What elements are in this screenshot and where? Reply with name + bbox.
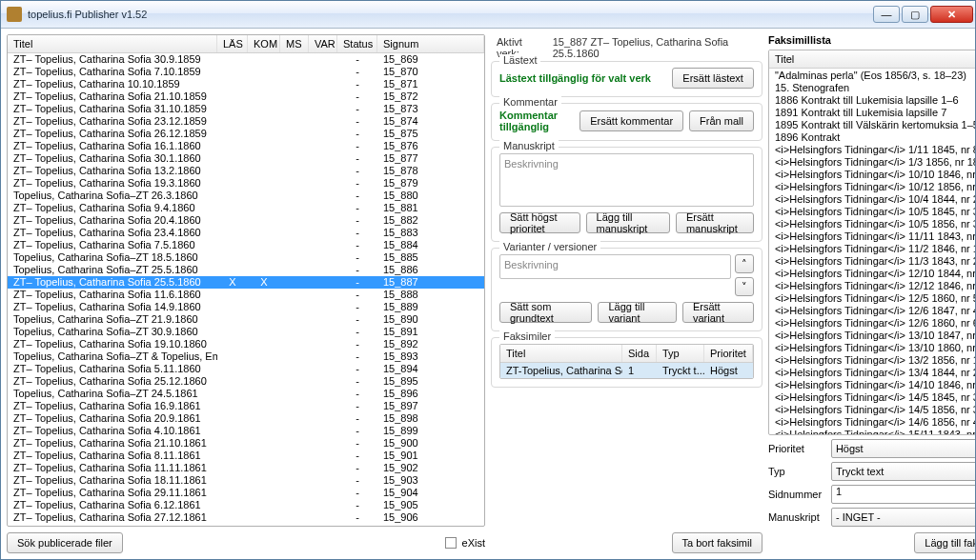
works-row[interactable]: ZT– Topelius, Catharina Sofia 30.9.1859-… (8, 53, 484, 66)
facsimile-list-item[interactable]: 1895 Kontrakt till Välskärin kertomuksia… (769, 118, 975, 130)
exist-checkbox[interactable] (445, 537, 457, 549)
facsimile-list-item[interactable]: <i>Helsingfors Tidningar</i> 13/4 1844, … (769, 366, 975, 378)
works-row[interactable]: ZT– Topelius, Catharina Sofia 13.2.1860-… (8, 165, 484, 177)
facsimile-list-item[interactable]: <i>Helsingfors Tidningar</i> 13/10 1860,… (769, 341, 975, 353)
works-row[interactable]: ZT– Topelius, Catharina Sofia 5.11.1860-… (8, 363, 484, 375)
works-row[interactable]: ZT– Topelius, Catharina Sofia 23.4.1860-… (8, 227, 484, 239)
facsimile-list-item[interactable]: <i>Helsingfors Tidningar</i> 14/6 1856, … (769, 415, 975, 428)
facsimile-list-item[interactable]: <i>Helsingfors Tidningar</i> 1/11 1845, … (769, 143, 975, 155)
facsimile-list-item[interactable]: 1886 Kontrakt till Lukemisia lapsille 1–… (769, 93, 975, 106)
works-row[interactable]: ZT– Topelius, Catharina Sofia 19.3.1860-… (8, 177, 484, 190)
facsimile-list-item[interactable]: <i>Helsingfors Tidningar</i> 14/5 1845, … (769, 390, 975, 403)
works-row[interactable]: ZT– Topelius, Catharina Sofia 16.1.1860-… (8, 140, 484, 152)
works-col-ms[interactable]: MS (280, 35, 309, 52)
works-row[interactable]: ZT– Topelius, Catharina Sofia 25.12.1860… (8, 375, 484, 388)
works-row[interactable]: ZT– Topelius, Catharina Sofia 29.11.1861… (8, 487, 484, 499)
variants-description[interactable]: Beskrivning (499, 254, 731, 279)
manuscript-select[interactable]: - INGET - (831, 508, 975, 527)
set-basetext-button[interactable]: Sätt som grundtext (499, 302, 592, 323)
works-row[interactable]: ZT– Topelius, Catharina Sofia 21.10.1859… (8, 90, 484, 103)
facsimile-list-item[interactable]: <i>Helsingfors Tidningar</i> 14/5 1856, … (769, 403, 975, 415)
works-row[interactable]: ZT– Topelius, Catharina Sofia 16.9.1861-… (8, 400, 484, 412)
works-row[interactable]: ZT– Topelius, Catharina Sofia 7.5.1860-1… (8, 239, 484, 251)
works-row[interactable]: ZT– Topelius, Catharina Sofia 11.11.1861… (8, 462, 484, 474)
works-row[interactable]: ZT– Topelius, Catharina Sofia 6.12.1861-… (8, 499, 484, 511)
facsimile-list-item[interactable]: <i>Helsingfors Tidningar</i> 10/5 1856, … (769, 217, 975, 230)
manuskript-description[interactable]: Beskrivning (499, 153, 754, 207)
works-row[interactable]: ZT– Topelius, Catharina Sofia 20.9.1861-… (8, 412, 484, 425)
works-row[interactable]: ZT– Topelius, Catharina Sofia 4.10.1861-… (8, 425, 484, 437)
works-list[interactable]: TitelLÄSKOMMSVARStatusSignum ZT– Topeliu… (7, 34, 485, 527)
works-row[interactable]: ZT– Topelius, Catharina Sofia 26.12.1859… (8, 128, 484, 140)
works-row[interactable]: Topelius, Catharina Sofia–ZT 25.5.1860-1… (8, 264, 484, 276)
search-published-button[interactable]: Sök publicerade filer (7, 532, 123, 553)
facsimile-list-item[interactable]: <i>Helsingfors Tidningar</i> 11/2 1846, … (769, 242, 975, 254)
facsimile-list-item[interactable]: <i>Helsingfors Tidningar</i> 1/3 1856, n… (769, 155, 975, 168)
works-col-status[interactable]: Status (337, 35, 377, 52)
facsimile-list-item[interactable]: <i>Helsingfors Tidningar</i> 11/11 1843,… (769, 230, 975, 242)
facsimile-list-item[interactable]: <i>Helsingfors Tidningar</i> 13/2 1856, … (769, 353, 975, 366)
works-row[interactable]: ZT– Topelius, Catharina Sofia 14.9.1860-… (8, 301, 484, 313)
faks-col-title[interactable]: Titel (500, 345, 622, 362)
works-row[interactable]: Topelius, Catharina Sofia–ZT 24.5.1861-1… (8, 388, 484, 400)
works-col-läs[interactable]: LÄS (217, 35, 248, 52)
replace-manuscript-button[interactable]: Ersätt manuskript (676, 212, 754, 233)
works-row[interactable]: ZT– Topelius, Catharina Sofia 19.10.1860… (8, 338, 484, 350)
works-row[interactable]: Topelius, Catharina Sofia–ZT 18.5.1860-1… (8, 251, 484, 264)
facsimile-list-item[interactable]: <i>Helsingfors Tidningar</i> 10/12 1856,… (769, 180, 975, 192)
faks-col-type[interactable]: Typ (657, 345, 704, 362)
facsimile-list-item[interactable]: 1891 Kontrakt till Lukemisia lapsille 7 (769, 106, 975, 118)
facsimile-list-item[interactable]: <i>Helsingfors Tidningar</i> 14/10 1846,… (769, 378, 975, 390)
works-row[interactable]: ZT– Topelius, Catharina Sofia 30.1.1860-… (8, 152, 484, 165)
works-row[interactable]: ZT– Topelius, Catharina Sofia 27.12.1861… (8, 511, 484, 524)
add-manuscript-button[interactable]: Lägg till manuskript (586, 212, 670, 233)
add-facsimile-button[interactable]: Lägg till faksimil (914, 532, 975, 553)
facsimile-list-item[interactable]: <i>Helsingfors Tidningar</i> 10/4 1844, … (769, 192, 975, 205)
facsimile-table[interactable]: Titel Sida Typ Prioritet ZT-Topelius, Ca… (499, 344, 754, 379)
works-col-kom[interactable]: KOM (248, 35, 280, 52)
works-row[interactable]: Topelius, Catharina Sofia–ZT 21.9.1860-1… (8, 313, 484, 326)
works-col-titel[interactable]: Titel (8, 35, 217, 52)
replace-comment-button[interactable]: Ersätt kommentar (580, 110, 683, 131)
facsimile-list-header[interactable]: Titel (769, 50, 975, 68)
facsimile-list-item[interactable]: <i>Helsingfors Tidningar</i> 12/6 1847, … (769, 304, 975, 316)
minimize-button[interactable]: — (873, 6, 900, 23)
close-button[interactable]: ✕ (930, 6, 973, 23)
works-row[interactable]: Topelius, Catharina Sofia–ZT 30.9.1860-1… (8, 326, 484, 338)
facsimile-list-item[interactable]: 1896 Kontrakt (769, 130, 975, 143)
works-row[interactable]: ZT– Topelius, Catharina Sofia 18.11.1861… (8, 474, 484, 487)
works-row[interactable]: ZT– Topelius, Catharina Sofia 11.6.1860-… (8, 289, 484, 301)
maximize-button[interactable]: ▢ (902, 6, 928, 23)
facsimile-list-item[interactable]: <i>Helsingfors Tidningar</i> 12/6 1860, … (769, 316, 975, 329)
facsimile-list-item[interactable]: <i>Helsingfors Tidningar</i> 12/5 1860, … (769, 291, 975, 304)
facsimile-list-item[interactable]: 15. Stenografen (769, 81, 975, 93)
type-select[interactable]: Tryckt text (831, 462, 975, 481)
replace-lastext-button[interactable]: Ersätt lästext (672, 68, 754, 89)
facsimile-list-item[interactable]: <i>Helsingfors Tidningar</i> 11/3 1843, … (769, 254, 975, 267)
priority-select[interactable]: Högst (831, 439, 975, 458)
facsimile-list-item[interactable]: <i>Helsingfors Tidningar</i> 10/10 1846,… (769, 168, 975, 180)
works-row[interactable]: Topelius, Catharina Sofia–ZT & Topelius,… (8, 350, 484, 363)
move-down-button[interactable]: ˅ (735, 277, 754, 296)
works-row[interactable]: ZT– Topelius, Catharina Sofia 7.10.1859-… (8, 66, 484, 78)
highest-priority-button[interactable]: Sätt högst prioritet (499, 212, 580, 233)
faks-col-prio[interactable]: Prioritet (704, 345, 753, 362)
works-row[interactable]: ZT– Topelius, Catharina Sofia 20.4.1860-… (8, 214, 484, 227)
replace-variant-button[interactable]: Ersätt variant (682, 302, 754, 323)
facsimile-list-item[interactable]: <i>Helsingfors Tidningar</i> 15/11 1843,… (769, 428, 975, 434)
works-row[interactable]: ZT– Topelius, Catharina Sofia 23.12.1859… (8, 115, 484, 128)
facsimile-list-item[interactable]: <i>Helsingfors Tidningar</i> 12/10 1844,… (769, 267, 975, 279)
add-variant-button[interactable]: Lägg till variant (598, 302, 676, 323)
faks-col-page[interactable]: Sida (622, 345, 657, 362)
from-template-button[interactable]: Från mall (689, 110, 754, 131)
facsimile-list-item[interactable]: <i>Helsingfors Tidningar</i> 12/12 1846,… (769, 279, 975, 291)
page-input[interactable]: 1 (831, 485, 975, 504)
works-row[interactable]: ZT– Topelius, Catharina Sofia 25.5.1860X… (8, 276, 484, 289)
works-row[interactable]: ZT– Topelius, Catharina Sofia 9.4.1860-1… (8, 202, 484, 214)
facsimile-list-item[interactable]: "Adalminas perla" (Eos 1856/3, s. 18–23) (769, 69, 975, 81)
works-row[interactable]: ZT– Topelius, Catharina Sofia 8.11.1861-… (8, 450, 484, 462)
works-col-signum[interactable]: Signum (377, 35, 484, 52)
facsimile-row[interactable]: ZT-Topelius, Catharina So... 1 Tryckt t.… (500, 363, 753, 378)
works-row[interactable]: ZT– Topelius, Catharina 10.10.1859-15_87… (8, 78, 484, 90)
works-col-var[interactable]: VAR (309, 35, 337, 52)
